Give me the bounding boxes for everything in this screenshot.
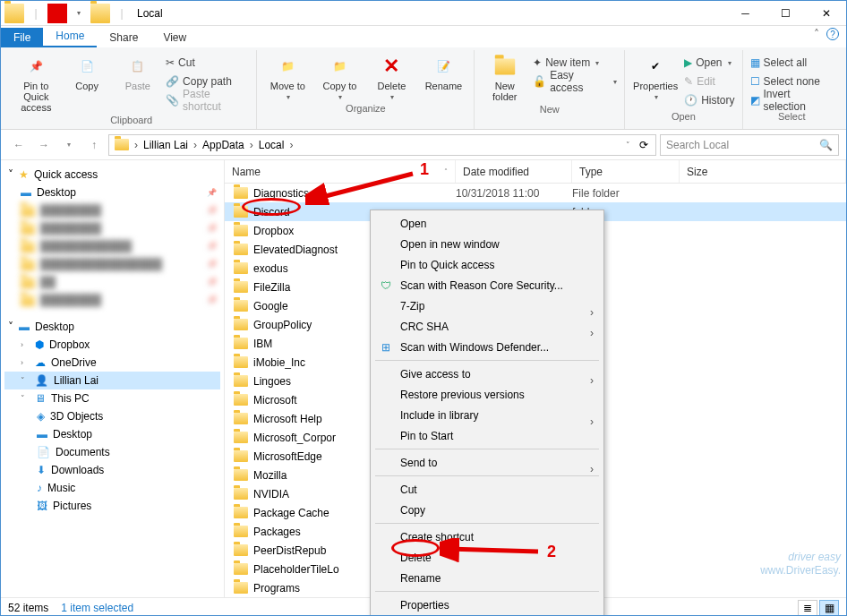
view-details-button[interactable]: ≣ (798, 600, 817, 616)
nav-user-folder[interactable]: ˅👤Lillian Lai (4, 372, 220, 389)
qat-checkbox-icon[interactable] (47, 4, 67, 23)
collapse-ribbon-icon[interactable]: ˄ (814, 28, 819, 40)
copy-to-button[interactable]: 📁Copy to (316, 52, 363, 101)
menu-label: Create shortcut (400, 531, 474, 543)
ribbon-help: ˄ ? (814, 28, 839, 40)
menu-item-send-to[interactable]: Send to (373, 452, 601, 473)
shield-icon: 🛡 (379, 279, 393, 292)
menu-item-copy[interactable]: Copy (373, 500, 601, 520)
menu-item-open[interactable]: Open (373, 213, 601, 234)
close-button[interactable]: ✕ (806, 1, 846, 26)
nav-pinned-desktop[interactable]: ▬Desktop (4, 184, 220, 201)
nav-pinned-item[interactable]: ████████████████ (4, 255, 220, 273)
nav-desktop2[interactable]: ▬Desktop (4, 425, 220, 443)
address-root-icon[interactable] (111, 135, 133, 155)
menu-item-scan-with-windows-defender-[interactable]: ⊞Scan with Windows Defender... (373, 337, 601, 357)
menu-item-properties[interactable]: Properties (373, 595, 601, 615)
menu-label: Copy (400, 504, 425, 517)
menu-label: Give access to (400, 368, 471, 381)
file-name: Microsoft Help (253, 413, 322, 425)
qat-dropdown-icon[interactable]: ▾ (69, 4, 89, 23)
tab-home[interactable]: Home (43, 26, 97, 47)
navigation-pane[interactable]: ˅★Quick access ▬Desktop ████████ ███████… (1, 160, 225, 597)
maximize-button[interactable]: ☐ (766, 1, 806, 26)
nav-quick-access[interactable]: ˅★Quick access (4, 166, 220, 184)
nav-pictures[interactable]: 🖼Pictures (4, 497, 220, 515)
menu-item-crc-sha[interactable]: CRC SHA (373, 316, 601, 337)
menu-item-rename[interactable]: Rename (373, 568, 601, 588)
status-selected: 1 item selected (61, 602, 133, 614)
address-seg3[interactable]: Local (255, 135, 288, 155)
nav-this-pc[interactable]: ˅🖥This PC (4, 389, 220, 407)
nav-music[interactable]: ♪Music (4, 479, 220, 497)
nav-pinned-item[interactable]: ██ (4, 273, 220, 291)
menu-item-include-in-library[interactable]: Include in library (373, 405, 601, 425)
delete-button[interactable]: ✕Delete (368, 52, 415, 101)
nav-pinned-item[interactable]: ████████ (4, 219, 220, 237)
paste-shortcut-button[interactable]: 📎Paste shortcut (166, 91, 249, 109)
edit-button[interactable]: ✎Edit (684, 73, 734, 90)
up-button[interactable]: ↑ (83, 134, 105, 156)
address-bar[interactable]: Lillian Lai AppData Local ˅ ⟳ (108, 134, 656, 156)
menu-item-scan-with-reason-core-security-[interactable]: 🛡Scan with Reason Core Security... (373, 275, 601, 295)
invert-selection-button[interactable]: ◩Invert selection (750, 91, 834, 109)
cut-button[interactable]: ✂Cut (166, 54, 249, 72)
col-size[interactable]: Size (680, 160, 846, 183)
menu-item-open-in-new-window[interactable]: Open in new window (373, 234, 601, 254)
menu-item-give-access-to[interactable]: Give access to (373, 364, 601, 384)
new-folder-button[interactable]: New folder (482, 52, 527, 102)
rename-button[interactable]: 📝Rename (420, 52, 466, 91)
select-all-button[interactable]: ▦Select all (750, 54, 834, 72)
tab-view[interactable]: View (150, 28, 199, 47)
tab-share[interactable]: Share (97, 28, 150, 47)
address-seg2[interactable]: AppData (199, 135, 248, 155)
history-button[interactable]: 🕐History (684, 91, 734, 109)
group-select-label: Select (750, 109, 834, 124)
view-icons-button[interactable]: ▦ (819, 600, 839, 616)
refresh-button[interactable]: ⟳ (634, 135, 654, 155)
search-placeholder: Search Local (666, 139, 729, 151)
nav-3d-objects[interactable]: ◈3D Objects (4, 407, 220, 425)
menu-item-pin-to-start[interactable]: Pin to Start (373, 425, 601, 446)
open-button[interactable]: ▶Open (684, 54, 734, 72)
minimize-button[interactable]: ─ (725, 1, 766, 26)
menu-item-delete[interactable]: Delete (373, 547, 601, 568)
nav-dropbox[interactable]: ›⬢Dropbox (4, 336, 220, 354)
desktop-icon: ▬ (19, 321, 30, 333)
address-seg1[interactable]: Lillian Lai (140, 135, 192, 155)
address-dropdown-icon[interactable]: ˅ (622, 135, 634, 155)
newfolder-icon (492, 54, 518, 79)
status-count: 52 items (8, 602, 48, 614)
properties-button[interactable]: ✔Properties (632, 52, 679, 101)
menu-item-cut[interactable]: Cut (373, 479, 601, 500)
easy-access-button[interactable]: 🔓Easy access (533, 73, 617, 90)
menu-item-create-shortcut[interactable]: Create shortcut (373, 526, 601, 547)
recent-dropdown[interactable]: ▾ (58, 134, 80, 156)
file-name: PlaceholderTileLo (253, 563, 339, 576)
help-icon[interactable]: ? (826, 28, 839, 40)
search-input[interactable]: Search Local 🔍 (660, 134, 839, 156)
file-row[interactable]: Diagnostics10/31/2018 11:00File folder (225, 184, 846, 202)
back-button[interactable]: ← (8, 134, 30, 156)
menu-item-7-zip[interactable]: 7-Zip (373, 295, 601, 316)
nav-pinned-item[interactable]: ████████ (4, 201, 220, 219)
nav-documents[interactable]: 📄Documents (4, 443, 220, 461)
menu-item-restore-previous-versions[interactable]: Restore previous versions (373, 384, 601, 405)
nav-pinned-item[interactable]: ████████ (4, 291, 220, 309)
search-icon: 🔍 (819, 139, 833, 151)
menu-item-pin-to-quick-access[interactable]: Pin to Quick access (373, 254, 601, 275)
forward-button[interactable]: → (33, 134, 55, 156)
col-date[interactable]: Date modified (456, 160, 572, 183)
copy-button[interactable]: 📄Copy (64, 52, 110, 91)
history-icon: 🕐 (684, 94, 697, 107)
nav-downloads[interactable]: ⬇Downloads (4, 461, 220, 479)
tab-file[interactable]: File (1, 28, 43, 47)
paste-button[interactable]: 📋Paste (115, 52, 160, 91)
nav-onedrive[interactable]: ›☁OneDrive (4, 354, 220, 372)
nav-desktop[interactable]: ˅▬Desktop (4, 318, 220, 336)
col-type[interactable]: Type (572, 160, 680, 183)
delete-icon: ✕ (379, 54, 404, 79)
move-to-button[interactable]: 📁Move to (264, 52, 311, 101)
nav-pinned-item[interactable]: ████████████ (4, 237, 220, 255)
pin-quick-access-button[interactable]: 📌Pin to Quick access (13, 52, 59, 113)
